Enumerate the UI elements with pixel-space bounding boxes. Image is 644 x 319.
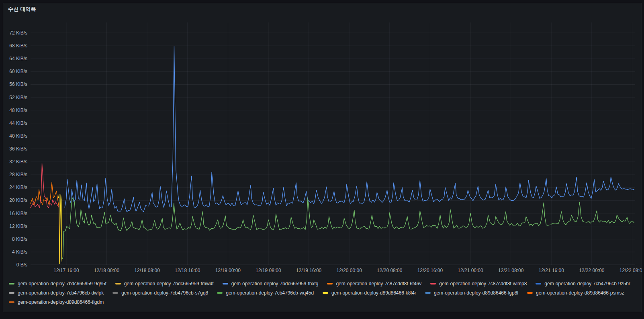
legend: gem-operation-deploy-7bdc665959-9q95fgem…: [9, 280, 638, 305]
y-axis-tick-label: 48 KiB/s: [4, 108, 27, 113]
y-axis-tick-label: 52 KiB/s: [4, 95, 27, 100]
series-line: [31, 163, 59, 262]
x-axis-tick-label: 12/18 08:00: [130, 268, 164, 273]
series-color-swatch: [536, 283, 541, 284]
legend-item-label: gem-operation-deploy-7c87cddf8f-6f46v: [336, 280, 421, 287]
x-axis-tick-label: 12/18 00:00: [90, 268, 124, 273]
series-line: [62, 197, 634, 259]
x-axis-tick-label: 12/20 08:00: [373, 268, 407, 273]
legend-item[interactable]: gem-operation-deploy-7cb4796cb-wq45d: [217, 290, 314, 296]
y-axis-tick-label: 44 KiB/s: [4, 120, 27, 126]
legend-item[interactable]: gem-operation-deploy-7cb4796cb-9z5hr: [536, 280, 630, 287]
series-color-swatch: [217, 292, 223, 294]
legend-item[interactable]: gem-operation-deploy-7bdc665959-thxtg: [223, 280, 319, 287]
series-color-swatch: [9, 292, 14, 294]
series-color-swatch: [9, 301, 14, 303]
y-axis-tick-label: 64 KiB/s: [4, 56, 27, 61]
panel-title[interactable]: 수신 대역폭: [8, 6, 36, 13]
series-color-swatch: [223, 283, 228, 284]
y-axis-tick-label: 16 KiB/s: [4, 211, 27, 216]
x-axis-tick-label: 12/19 08:00: [251, 268, 285, 273]
legend-item[interactable]: gem-operation-deploy-d89d86466-k8l4r: [323, 290, 416, 296]
y-axis-tick-label: 0 B/s: [4, 262, 27, 268]
legend-item[interactable]: gem-operation-deploy-7bdc665959-9q95f: [9, 280, 106, 287]
legend-item-label: gem-operation-deploy-d89d86466-k8l4r: [331, 290, 416, 296]
legend-item[interactable]: gem-operation-deploy-7c87cddf8f-6f46v: [327, 280, 421, 287]
y-axis-tick-label: 20 KiB/s: [4, 197, 27, 203]
legend-item[interactable]: gem-operation-deploy-7cb4796cb-dwlpk: [9, 290, 104, 296]
y-axis-tick-label: 24 KiB/s: [4, 185, 27, 190]
legend-item-label: gem-operation-deploy-d89d86466-lgp8l: [434, 290, 518, 296]
x-axis-tick-label: 12/19 00:00: [211, 268, 245, 273]
y-axis-tick-label: 60 KiB/s: [4, 69, 27, 74]
y-axis-tick-label: 8 KiB/s: [4, 236, 27, 242]
legend-item[interactable]: gem-operation-deploy-d89d86466-psmsz: [527, 290, 624, 296]
legend-item-label: gem-operation-deploy-7bdc665959-thxtg: [231, 280, 319, 287]
bandwidth-panel: 수신 대역폭 0 B/s4 KiB/s8 KiB/s12 KiB/s16 KiB…: [3, 3, 642, 312]
series-color-swatch: [425, 292, 431, 294]
legend-item-label: gem-operation-deploy-7c87cddf8f-wlmp8: [439, 280, 527, 287]
x-axis-tick-label: 12/21 08:00: [494, 268, 528, 273]
legend-item[interactable]: gem-operation-deploy-7c87cddf8f-wlmp8: [430, 280, 527, 287]
series-color-swatch: [115, 283, 121, 284]
y-axis-tick-label: 4 KiB/s: [4, 249, 27, 255]
series-line: [65, 46, 634, 212]
legend-item-label: gem-operation-deploy-7cb4796cb-s7gq8: [121, 290, 208, 296]
x-axis-tick-label: 12/20 16:00: [413, 268, 447, 273]
x-axis-tick-label: 12/21 16:00: [534, 268, 568, 273]
legend-item-label: gem-operation-deploy-7cb4796cb-wq45d: [226, 290, 314, 296]
y-axis-tick-label: 28 KiB/s: [4, 172, 27, 177]
time-series-plot[interactable]: [31, 22, 635, 265]
y-axis-tick-label: 40 KiB/s: [4, 133, 27, 139]
x-axis-tick-label: 12/19 16:00: [292, 268, 326, 273]
x-axis-tick-label: 12/17 16:00: [49, 268, 83, 273]
x-axis-tick-label: 12/20 00:00: [332, 268, 366, 273]
legend-item-label: gem-operation-deploy-7cb4796cb-9z5hr: [544, 280, 630, 287]
legend-item[interactable]: gem-operation-deploy-7bdc665959-fmw4f: [115, 280, 214, 287]
series-color-swatch: [327, 283, 333, 284]
y-axis-tick-label: 32 KiB/s: [4, 159, 27, 165]
y-axis-tick-label: 68 KiB/s: [4, 43, 27, 49]
legend-item-label: gem-operation-deploy-7bdc665959-9q95f: [18, 280, 106, 287]
legend-item-label: gem-operation-deploy-d89d86466-tlgdm: [18, 299, 104, 305]
legend-item[interactable]: gem-operation-deploy-d89d86466-lgp8l: [425, 290, 518, 296]
y-axis-tick-label: 36 KiB/s: [4, 146, 27, 152]
series-color-swatch: [112, 292, 118, 294]
legend-item[interactable]: gem-operation-deploy-7cb4796cb-s7gq8: [112, 290, 208, 296]
legend-item-label: gem-operation-deploy-7cb4796cb-dwlpk: [18, 290, 104, 296]
legend-item-label: gem-operation-deploy-7bdc665959-fmw4f: [124, 280, 214, 287]
series-color-swatch: [9, 283, 14, 284]
legend-item-label: gem-operation-deploy-d89d86466-psmsz: [536, 290, 624, 296]
legend-item[interactable]: gem-operation-deploy-d89d86466-tlgdm: [9, 299, 104, 305]
x-axis-tick-label: 12/18 16:00: [171, 268, 204, 273]
x-axis-tick-label: 12/21 00:00: [454, 268, 487, 273]
series-color-swatch: [323, 292, 328, 294]
y-axis-tick-label: 12 KiB/s: [4, 224, 27, 229]
series-line: [31, 183, 60, 261]
x-axis-tick-label: 12/22 08:00: [615, 268, 642, 273]
y-axis-tick-label: 72 KiB/s: [4, 30, 27, 36]
y-axis-tick-label: 56 KiB/s: [4, 81, 27, 87]
series-color-swatch: [430, 283, 436, 284]
x-axis-tick-label: 12/22 00:00: [575, 268, 609, 273]
series-color-swatch: [527, 292, 533, 294]
